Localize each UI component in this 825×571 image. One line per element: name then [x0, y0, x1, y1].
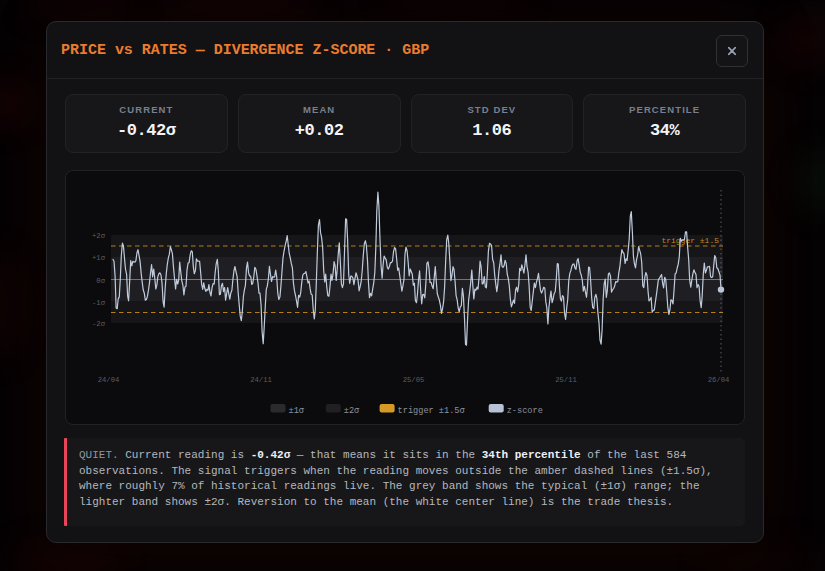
svg-text:trigger ±1.5: trigger ±1.5: [661, 236, 719, 245]
svg-text:±1σ: ±1σ: [289, 406, 305, 416]
svg-text:24/04: 24/04: [98, 376, 120, 384]
svg-text:26/04: 26/04: [708, 376, 730, 384]
svg-text:25/05: 25/05: [403, 376, 425, 384]
svg-text:25/11: 25/11: [555, 376, 577, 384]
svg-text:z-score: z-score: [507, 406, 543, 416]
svg-text:-2σ: -2σ: [92, 320, 106, 328]
svg-text:0σ: 0σ: [96, 277, 105, 285]
svg-text:trigger ±1.5σ: trigger ±1.5σ: [398, 406, 466, 416]
svg-text:+1σ: +1σ: [92, 254, 106, 262]
svg-text:±2σ: ±2σ: [344, 406, 360, 416]
svg-text:-1σ: -1σ: [92, 299, 106, 307]
svg-text:+2σ: +2σ: [92, 232, 106, 240]
svg-text:24/11: 24/11: [250, 376, 272, 384]
